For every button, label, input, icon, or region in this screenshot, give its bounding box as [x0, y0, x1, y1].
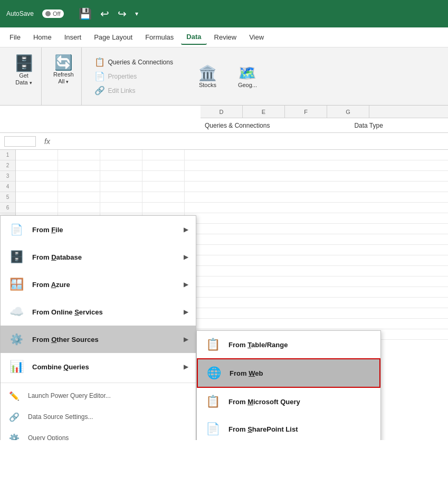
cell-f1[interactable] — [100, 150, 142, 160]
cell-d5[interactable] — [16, 192, 58, 202]
query-options-icon: ⚙️ — [8, 432, 21, 440]
refresh-all-button[interactable]: 🔄 RefreshAll ▾ — [49, 52, 78, 87]
from-database-item[interactable]: 🗄️ From Database ▶ — [1, 243, 196, 271]
cell-f4[interactable] — [100, 182, 142, 192]
data-source-settings-item[interactable]: 🔗 Data Source Settings... — [1, 406, 196, 427]
autosave-off-label: Off — [53, 11, 60, 17]
cell-d6[interactable] — [16, 203, 58, 213]
grid-row-2 — [16, 160, 448, 171]
row-num-2: 2 — [0, 160, 15, 171]
from-table-range-item[interactable]: 📋 From Table/Range — [197, 331, 380, 358]
from-azure-arrow: ▶ — [184, 281, 188, 288]
from-file-item[interactable]: 📄 From File ▶ — [1, 216, 196, 243]
queries-connections-button[interactable]: 📋 Queries & Connections — [92, 56, 175, 68]
properties-button[interactable]: 📄 Properties — [92, 70, 175, 82]
from-online-services-item[interactable]: ☁️ From Online Services ▶ — [1, 298, 196, 326]
data-types-bar-label: Data Type — [354, 122, 383, 129]
cell-e1[interactable] — [58, 150, 100, 160]
sub-menu: 📋 From Table/Range 🌐 From Web 📋 From Mic… — [196, 330, 381, 440]
cell-g1[interactable] — [142, 150, 185, 160]
row-num-4: 4 — [0, 182, 15, 192]
menu-item-file[interactable]: File — [4, 30, 26, 44]
cell-e6[interactable] — [58, 203, 100, 213]
menu-item-review[interactable]: Review — [209, 30, 242, 44]
properties-label: Properties — [108, 73, 137, 80]
grid-row-6 — [16, 203, 448, 213]
cell-f6[interactable] — [100, 203, 142, 213]
cell-e5[interactable] — [58, 192, 100, 202]
cell-e4[interactable] — [58, 182, 100, 192]
cell-f3[interactable] — [100, 171, 142, 181]
get-data-button[interactable]: 🗄️ GetData ▾ — [9, 52, 38, 88]
from-web-item[interactable]: 🌐 From Web — [197, 358, 380, 388]
cell-d1[interactable] — [16, 150, 58, 160]
from-azure-item[interactable]: 🪟 From Azure ▶ — [1, 271, 196, 298]
formula-input[interactable] — [59, 138, 444, 145]
launch-pq-editor-item[interactable]: ✏️ Launch Power Query Editor... — [1, 385, 196, 406]
toggle-dot — [45, 11, 51, 16]
from-other-sources-item[interactable]: ⚙️ From Other Sources ▶ — [1, 326, 196, 353]
autosave-toggle[interactable]: Off — [42, 9, 63, 18]
data-source-label: Data Source Settings... — [28, 413, 93, 421]
queries-connections-bar-label: Queries & Connections — [205, 122, 270, 129]
from-database-arrow: ▶ — [184, 253, 188, 261]
menu-item-home[interactable]: Home — [28, 30, 57, 44]
combine-queries-icon: 📊 — [8, 358, 25, 375]
cell-e3[interactable] — [58, 171, 100, 181]
cell-f2[interactable] — [100, 160, 142, 170]
edit-links-icon: 🔗 — [94, 85, 105, 96]
geography-button[interactable]: 🗺️ Geog... — [230, 60, 265, 92]
save-icon[interactable]: 💾 — [79, 7, 92, 20]
cell-e2[interactable] — [58, 160, 100, 170]
launch-pq-icon: ✏️ — [8, 389, 21, 402]
from-table-range-icon: 📋 — [204, 336, 221, 353]
spreadsheet-area: 1 2 3 4 5 6 7 8 9 10 11 12 13 14 15 16 1… — [0, 150, 448, 440]
stocks-button[interactable]: 🏛️ Stocks — [190, 60, 225, 92]
cell-d3[interactable] — [16, 171, 58, 181]
undo-icon[interactable]: ↩ — [100, 7, 109, 20]
cell-d4[interactable] — [16, 182, 58, 192]
combine-queries-label: Combine Queries — [32, 363, 176, 371]
edit-links-button[interactable]: 🔗 Edit Links — [92, 84, 175, 97]
geography-icon: 🗺️ — [238, 64, 256, 82]
properties-icon: 📄 — [94, 71, 105, 81]
menu-item-insert[interactable]: Insert — [59, 30, 87, 44]
menu-item-data[interactable]: Data — [181, 30, 206, 45]
from-azure-label: From Azure — [32, 281, 176, 289]
col-header-e: E — [243, 106, 285, 118]
from-sharepoint-list-item[interactable]: 📄 From SharePoint List — [197, 415, 380, 440]
row-num-5: 5 — [0, 192, 15, 203]
geography-label: Geog... — [238, 82, 257, 88]
cell-g4[interactable] — [142, 182, 185, 192]
cell-g6[interactable] — [142, 203, 185, 213]
menu-item-page-layout[interactable]: Page Layout — [89, 30, 138, 44]
queries-icon: 📋 — [94, 57, 105, 67]
redo-icon[interactable]: ↪ — [118, 7, 127, 20]
combine-queries-item[interactable]: 📊 Combine Queries ▶ — [1, 353, 196, 380]
from-database-label: From Database — [32, 253, 176, 261]
query-options-label: Query Options — [28, 434, 69, 440]
name-box[interactable] — [4, 136, 36, 147]
cell-g5[interactable] — [142, 192, 185, 202]
from-file-arrow: ▶ — [184, 226, 188, 233]
query-options-item[interactable]: ⚙️ Query Options — [1, 427, 196, 440]
menu-item-formulas[interactable]: Formulas — [140, 30, 179, 44]
from-microsoft-query-item[interactable]: 📋 From Microsoft Query — [197, 388, 380, 415]
refresh-all-icon: 🔄 — [54, 54, 73, 71]
menu-item-view[interactable]: View — [244, 30, 269, 44]
from-other-sources-label: From Other Sources — [32, 336, 176, 344]
from-sharepoint-list-label: From SharePoint List — [228, 425, 298, 433]
get-data-label: GetData ▾ — [15, 72, 32, 86]
queries-connections-section: 📋 Queries & Connections 📄 Properties 🔗 E… — [86, 51, 182, 102]
autosave-label: AutoSave — [6, 10, 34, 17]
cell-g2[interactable] — [142, 160, 185, 170]
cell-g3[interactable] — [142, 171, 185, 181]
col-header-d: D — [201, 106, 243, 118]
stocks-icon: 🏛️ — [198, 64, 217, 82]
get-data-group: 🗄️ GetData ▾ — [6, 47, 42, 105]
cell-f5[interactable] — [100, 192, 142, 202]
quick-access-dropdown-icon[interactable]: ▾ — [135, 10, 138, 17]
cell-d2[interactable] — [16, 160, 58, 170]
from-other-sources-arrow: ▶ — [184, 336, 188, 343]
title-bar: AutoSave Off 💾 ↩ ↪ ▾ — [0, 0, 448, 27]
